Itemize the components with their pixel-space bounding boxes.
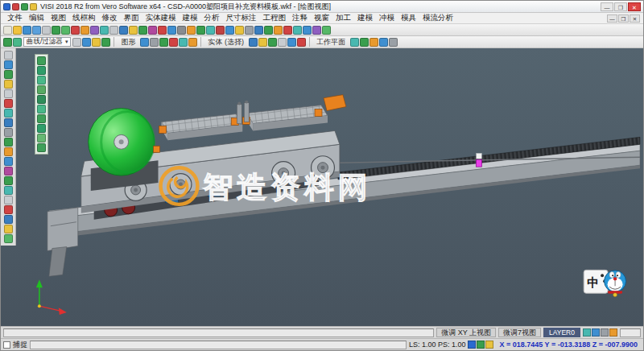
toolbar-icon[interactable] [235, 26, 244, 35]
toolbar-icon[interactable] [258, 38, 267, 47]
toolbar-icon[interactable] [37, 56, 46, 65]
toolbar-icon[interactable] [37, 114, 46, 123]
toolbar-icon[interactable] [4, 80, 13, 89]
toolbar-icon[interactable] [187, 26, 196, 35]
toolbar-icon[interactable] [369, 38, 378, 47]
app-icon[interactable] [30, 3, 37, 10]
app-icon[interactable] [3, 3, 10, 10]
menu-item[interactable]: 分析 [201, 13, 223, 23]
status-icon[interactable] [592, 328, 600, 337]
layer-badge[interactable]: LAYER0 [543, 328, 580, 337]
toolbar-icon[interactable] [61, 26, 70, 35]
toolbar-icon[interactable] [287, 38, 296, 47]
toolbar-icon[interactable] [350, 38, 359, 47]
toolbar-icon[interactable] [13, 26, 22, 35]
toolbar-icon[interactable] [37, 124, 46, 133]
toolbar-icon[interactable] [100, 26, 109, 35]
mdi-control-button[interactable]: — [607, 14, 617, 23]
toolbar-icon[interactable] [167, 26, 176, 35]
selection-marker[interactable] [477, 153, 482, 167]
toolbar-icon[interactable] [216, 26, 225, 35]
toolbar-icon[interactable] [101, 38, 110, 47]
status-spinner[interactable] [620, 328, 641, 337]
toolbar-icon[interactable] [32, 26, 41, 35]
toolbar-icon[interactable] [379, 38, 388, 47]
toolbar-icon[interactable] [37, 66, 46, 75]
toolbar-icon[interactable] [188, 38, 197, 47]
menu-item[interactable]: 编辑 [26, 13, 47, 23]
toolbar-icon[interactable] [3, 38, 12, 47]
viewport-3d[interactable]: 智造资料网 中 [1, 48, 643, 326]
toolbar-icon[interactable] [37, 134, 46, 142]
toolbar-icon[interactable] [303, 26, 312, 35]
toolbar-icon[interactable] [159, 38, 168, 47]
menu-item[interactable]: 模具 [398, 13, 419, 23]
toolbar-icon[interactable] [4, 109, 13, 118]
toolbar-icon[interactable] [72, 38, 81, 47]
menu-item[interactable]: 尺寸标注 [223, 13, 260, 23]
toolbar-icon[interactable] [148, 26, 157, 35]
toolbar-icon[interactable] [245, 26, 254, 35]
view-mode-button[interactable]: 微调 XY 上视图 [436, 328, 496, 337]
menu-item[interactable]: 建模 [354, 13, 376, 23]
toolbar-icon[interactable] [249, 38, 258, 47]
toolbar-icon[interactable] [268, 38, 277, 47]
toolbar-icon[interactable] [4, 167, 13, 176]
close-button[interactable]: ✕ [628, 2, 641, 11]
toolbar-icon[interactable] [37, 105, 46, 114]
toolbar-icon[interactable] [254, 26, 263, 35]
toolbar-icon[interactable] [225, 26, 234, 35]
status-icon[interactable] [609, 328, 617, 337]
toolbar-icon[interactable] [71, 26, 80, 35]
toolbar-icon[interactable] [90, 26, 99, 35]
toolbar-icon[interactable] [140, 38, 149, 47]
toolbar-icon[interactable] [293, 26, 302, 35]
toolbar-icon[interactable] [283, 26, 292, 35]
menu-item[interactable]: 冲模 [376, 13, 398, 23]
menu-item[interactable]: 模流分析 [419, 13, 456, 23]
toolbar-icon[interactable] [37, 143, 46, 152]
toolbar-icon[interactable] [4, 70, 13, 79]
toolbar-icon[interactable] [13, 38, 22, 47]
app-icon[interactable] [12, 3, 19, 10]
toolbar-icon[interactable] [37, 76, 46, 85]
menu-item[interactable]: 工程图 [260, 13, 290, 23]
toolbar-icon[interactable] [52, 26, 60, 35]
toolbar-icon[interactable] [179, 38, 188, 47]
command-input[interactable] [3, 328, 434, 337]
status-icon[interactable] [468, 341, 476, 349]
toolbar-icon[interactable] [264, 26, 273, 35]
status-icon[interactable] [477, 341, 485, 349]
minimize-button[interactable]: — [601, 2, 613, 11]
status-icon[interactable] [583, 328, 591, 337]
toolbar-icon[interactable] [360, 38, 369, 47]
toolbar-icon[interactable] [158, 26, 167, 35]
maximize-button[interactable]: ❐ [614, 2, 627, 11]
toolbar-icon[interactable] [278, 38, 287, 47]
toolbar-icon[interactable] [196, 26, 205, 35]
toolbar-icon[interactable] [297, 38, 306, 47]
view-number-button[interactable]: 微调7视图 [498, 328, 541, 337]
toolbar-icon[interactable] [4, 51, 13, 60]
status-icon[interactable] [601, 328, 609, 337]
menu-item[interactable]: 界面 [121, 13, 142, 23]
toolbar-icon[interactable] [4, 118, 13, 127]
toolbar-icon[interactable] [4, 60, 13, 69]
menu-item[interactable]: 加工 [332, 13, 354, 23]
toolbar-icon[interactable] [82, 38, 91, 47]
toolbar-icon[interactable] [4, 196, 13, 204]
toolbar-icon[interactable] [4, 176, 13, 185]
toolbar-icon[interactable] [4, 205, 13, 214]
toolbar-icon[interactable] [150, 38, 159, 47]
toolbar-icon[interactable] [109, 26, 118, 35]
toolbar-icon[interactable] [37, 95, 46, 104]
toolbar-icon[interactable] [4, 138, 13, 147]
toolbar-icon[interactable] [4, 215, 13, 224]
toolbar-icon[interactable] [23, 26, 31, 35]
toolbar-icon[interactable] [4, 147, 13, 156]
app-icon[interactable] [21, 3, 28, 10]
toolbar-icon[interactable] [177, 26, 186, 35]
toolbar-icon[interactable] [4, 157, 13, 166]
toolbar-icon[interactable] [80, 26, 89, 35]
menu-item[interactable]: 线框构 [69, 13, 99, 23]
